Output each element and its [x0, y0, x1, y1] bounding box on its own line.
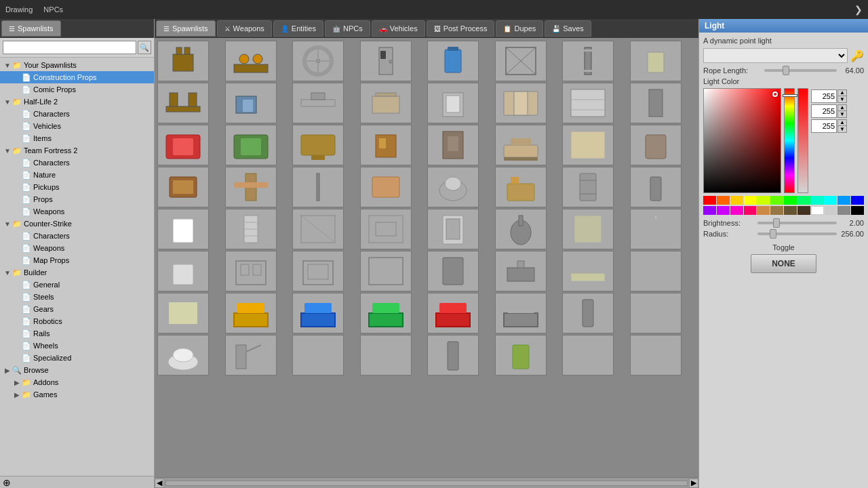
tab-npcs[interactable]: 🤖 NPCs	[325, 20, 370, 37]
color-gradient-picker[interactable]	[703, 88, 781, 193]
swatch[interactable]	[825, 206, 837, 215]
search-input[interactable]	[3, 41, 136, 54]
tree-your-spawnlists[interactable]: ▼ 📁 Your Spawnlists	[0, 59, 154, 71]
tab-vehicles[interactable]: 🚗 Vehicles	[372, 20, 425, 37]
tree-browse-games[interactable]: ▶ 📁 Games	[0, 388, 154, 401]
prop-item[interactable]	[427, 251, 479, 291]
radius-thumb[interactable]	[770, 229, 776, 239]
rope-length-thumb[interactable]	[783, 66, 789, 75]
tree-builder-wheels[interactable]: 📄 Wheels	[0, 340, 154, 352]
prop-item[interactable]	[157, 83, 209, 123]
titlebar-npcs[interactable]: NPCs	[43, 5, 63, 14]
prop-item[interactable]	[427, 209, 479, 249]
prop-item[interactable]	[630, 251, 682, 291]
prop-item[interactable]	[427, 125, 479, 165]
rgb-r-down[interactable]: ▼	[837, 96, 847, 103]
alpha-bar[interactable]	[797, 88, 808, 193]
tree-builder-general[interactable]: 📄 General	[0, 279, 154, 291]
tab-spawnlists-center[interactable]: ☰ Spawnlists	[156, 20, 216, 37]
light-dropdown[interactable]	[703, 48, 848, 63]
prop-item[interactable]	[157, 41, 209, 81]
prop-item[interactable]	[225, 335, 277, 375]
swatch[interactable]	[797, 206, 810, 215]
swatch[interactable]	[825, 196, 837, 205]
search-button[interactable]: 🔍	[138, 41, 151, 54]
prop-item[interactable]	[495, 167, 547, 207]
swatch[interactable]	[744, 196, 757, 205]
prop-item[interactable]	[427, 41, 479, 81]
prop-item[interactable]	[225, 41, 277, 81]
tree-cs-characters[interactable]: 📄 Characters	[0, 230, 154, 242]
rgb-g-down[interactable]: ▼	[837, 111, 847, 118]
swatch[interactable]	[730, 206, 743, 215]
key-icon[interactable]: 🔑	[850, 49, 864, 62]
radius-track[interactable]	[757, 232, 837, 235]
swatch[interactable]	[837, 196, 850, 205]
tree-cs-mapprops[interactable]: 📄 Map Props	[0, 254, 154, 266]
rgb-r-up[interactable]: ▲	[837, 89, 847, 96]
swatch[interactable]	[797, 196, 810, 205]
prop-item[interactable]	[495, 125, 547, 165]
tree-builder-robotics[interactable]: 📄 Robotics	[0, 315, 154, 327]
swatch[interactable]	[837, 206, 850, 215]
prop-item[interactable]	[562, 167, 614, 207]
swatch[interactable]	[757, 206, 770, 215]
tree-tf2-nature[interactable]: 📄 Nature	[0, 169, 154, 181]
prop-item[interactable]	[562, 251, 614, 291]
tree-builder-rails[interactable]: 📄 Rails	[0, 327, 154, 340]
prop-item[interactable]	[292, 335, 344, 375]
tree-tf2[interactable]: ▼ 📁 Team Fortress 2	[0, 144, 154, 157]
swatch[interactable]	[744, 206, 757, 215]
prop-item[interactable]	[157, 167, 209, 207]
prop-item[interactable]	[360, 251, 412, 291]
rope-length-track[interactable]	[764, 69, 837, 72]
tab-spawnlists[interactable]: ☰ Spawnlists	[1, 20, 61, 37]
swatch[interactable]	[703, 206, 716, 215]
prop-item[interactable]	[427, 335, 479, 375]
prop-item[interactable]	[630, 83, 682, 123]
tab-postprocess[interactable]: 🖼 Post Process	[427, 20, 495, 37]
swatch[interactable]	[717, 196, 730, 205]
tree-hl2-characters[interactable]: 📄 Characters	[0, 108, 154, 120]
prop-item[interactable]	[225, 209, 277, 249]
prop-item[interactable]	[157, 209, 209, 249]
tree-tf2-characters[interactable]: 📄 Characters	[0, 157, 154, 169]
scroll-left-btn[interactable]: ◀	[155, 479, 164, 488]
swatch[interactable]	[717, 206, 730, 215]
prop-item[interactable]	[292, 209, 344, 249]
prop-item[interactable]	[225, 83, 277, 123]
expand-icon[interactable]: ❯	[854, 4, 863, 15]
prop-item[interactable]	[630, 335, 682, 375]
prop-item[interactable]	[562, 209, 614, 249]
add-icon[interactable]: ⊕	[3, 477, 11, 488]
prop-item[interactable]	[292, 83, 344, 123]
prop-item[interactable]	[495, 209, 547, 249]
prop-item[interactable]	[225, 251, 277, 291]
tree-cs-weapons[interactable]: 📄 Weapons	[0, 242, 154, 254]
prop-item[interactable]	[495, 251, 547, 291]
rgb-r-input[interactable]	[811, 89, 837, 103]
prop-item[interactable]	[427, 83, 479, 123]
prop-item[interactable]	[360, 209, 412, 249]
tree-hl2-vehicles[interactable]: 📄 Vehicles	[0, 120, 154, 132]
prop-item[interactable]	[360, 125, 412, 165]
prop-item[interactable]	[630, 209, 682, 249]
prop-item[interactable]	[360, 41, 412, 81]
rgb-g-up[interactable]: ▲	[837, 104, 847, 111]
swatch[interactable]	[770, 206, 783, 215]
prop-item[interactable]	[292, 251, 344, 291]
swatch[interactable]	[784, 206, 797, 215]
prop-item[interactable]	[495, 335, 547, 375]
prop-item[interactable]	[292, 41, 344, 81]
prop-item[interactable]	[630, 293, 682, 333]
prop-item[interactable]	[562, 125, 614, 165]
rgb-b-down[interactable]: ▼	[837, 126, 847, 133]
tree-hl2-items[interactable]: 📄 Items	[0, 132, 154, 144]
tree-builder-gears[interactable]: 📄 Gears	[0, 303, 154, 315]
tree-hl2[interactable]: ▼ 📁 Half-Life 2	[0, 96, 154, 108]
prop-item[interactable]	[360, 293, 412, 333]
prop-item[interactable]	[630, 167, 682, 207]
tree-builder-steels[interactable]: 📄 Steels	[0, 291, 154, 303]
rgb-b-up[interactable]: ▲	[837, 119, 847, 126]
none-button[interactable]: NONE	[751, 254, 816, 273]
